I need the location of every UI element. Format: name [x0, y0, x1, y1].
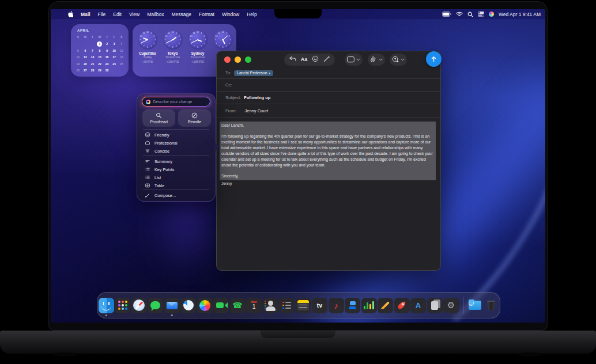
dock-facetime-icon[interactable]	[213, 298, 229, 313]
rubber-foot	[518, 352, 543, 357]
dock-keynote-icon[interactable]	[345, 298, 360, 313]
writing-tools-button[interactable]	[323, 54, 330, 65]
dock-settings-icon[interactable]: ⚙	[443, 298, 459, 313]
menu-item-mailbox[interactable]: Mailbox	[147, 12, 164, 17]
send-button[interactable]	[426, 51, 442, 67]
clock-day-label: Tomorrow	[186, 55, 210, 60]
rewrite-button[interactable]: Rewrite	[178, 109, 211, 127]
calendar-day-cell: 19	[77, 62, 80, 66]
writing-tools-item-table[interactable]: Table	[141, 181, 212, 189]
undo-button[interactable]	[289, 54, 296, 65]
wifi-icon[interactable]	[456, 12, 463, 17]
dock-mail-icon[interactable]	[164, 298, 180, 313]
minimize-button[interactable]	[235, 56, 241, 63]
calendar-day-cell: 22	[98, 62, 101, 66]
control-center-icon[interactable]	[478, 12, 484, 17]
close-button[interactable]	[224, 56, 231, 63]
dock-music-icon[interactable]: ♪	[329, 298, 344, 313]
dock-phone-icon[interactable]: ☎	[230, 298, 246, 313]
dock-reminders-icon[interactable]	[279, 298, 295, 313]
dock-safari-icon[interactable]	[131, 298, 147, 313]
clock-number: 6	[147, 46, 148, 48]
calendar-day-header: W	[99, 36, 101, 39]
clock-number: 11	[218, 32, 220, 35]
menu-item-mail[interactable]: Mail	[81, 12, 90, 17]
dock-finder-icon[interactable]	[99, 298, 114, 313]
cc-field-row[interactable]: Cc:	[217, 79, 440, 92]
clock-number: 6	[222, 46, 223, 48]
from-field-row[interactable]: From: Jenny Court	[217, 104, 440, 118]
to-field-row[interactable]: To: Lanchi Pederson ▾	[217, 67, 440, 79]
writing-tools-item-concise[interactable]: Concise	[141, 147, 212, 155]
desktop-screen: MailFileEditViewMailboxMessageFormatWind…	[51, 9, 545, 323]
search-icon[interactable]	[467, 12, 473, 17]
menu-item-file[interactable]: File	[98, 12, 106, 17]
apple-menu-icon[interactable]	[68, 11, 73, 17]
clock-day-label: Today	[135, 55, 160, 60]
dock-maps-icon[interactable]	[180, 298, 196, 313]
calendar-day-cell: 8	[99, 49, 101, 52]
dock-pages-icon[interactable]	[378, 298, 393, 313]
attach-file-button[interactable]	[368, 54, 385, 66]
calendar-day-cell: 28	[91, 69, 95, 72]
world-clock-tokyo: 123456789101112TokyoTomorrow+16HRS	[161, 30, 185, 64]
calendar-day-cell: 30	[105, 69, 109, 72]
writing-tools-item-summary[interactable]: Summary	[141, 157, 212, 165]
writing-tools-item-compose[interactable]: Compose…	[141, 191, 212, 199]
clock-offset-label: +16HRS	[161, 60, 185, 65]
photo-browser-button[interactable]	[345, 54, 363, 66]
clock-number: 1	[150, 32, 152, 35]
clock-number: 12	[146, 31, 149, 33]
magnifier-icon	[156, 112, 162, 119]
dock-launchpad-icon[interactable]	[115, 298, 130, 313]
clock-number: 7	[143, 45, 144, 47]
calendar-day-header: T	[106, 36, 108, 39]
dock-photos-icon[interactable]	[197, 298, 213, 313]
clock-number: 4	[153, 43, 154, 45]
writing-tools-item-professional[interactable]: Professional	[141, 139, 212, 147]
message-body[interactable]: Dear Lanchi, I'm following up regarding …	[217, 118, 440, 270]
dock-notes-icon[interactable]	[296, 298, 311, 313]
menu-item-help[interactable]: Help	[247, 12, 256, 17]
dock-contacts-icon[interactable]	[263, 298, 278, 313]
menu-item-window[interactable]: Window	[222, 12, 239, 17]
dock-trash-icon[interactable]	[484, 298, 499, 313]
dock-tv-icon[interactable]: tv	[312, 298, 327, 313]
insert-menu-button[interactable]	[390, 54, 407, 66]
body-greeting: Dear Lanchi,	[221, 123, 434, 128]
menu-item-format[interactable]: Format	[199, 12, 214, 17]
clock-number: 5	[150, 45, 152, 47]
proofread-button[interactable]: Proofread	[142, 109, 175, 127]
emoji-button[interactable]	[312, 54, 319, 65]
dock-numbers-icon[interactable]	[361, 298, 377, 313]
battery-icon[interactable]	[442, 12, 451, 17]
dock-rocket-icon[interactable]	[394, 298, 410, 313]
clock-number: 9	[214, 39, 216, 41]
calendar-day-cell: 1	[97, 41, 102, 47]
menu-item-message[interactable]: Message	[171, 12, 191, 17]
zoom-button[interactable]	[245, 56, 251, 63]
dock-downloads-icon[interactable]: ↓	[467, 298, 482, 313]
popover-arrow	[214, 142, 220, 151]
writing-tools-item-friendly[interactable]: Friendly	[141, 131, 212, 139]
menu-clock[interactable]: Wed Apr 1 9:41 AM	[499, 12, 541, 17]
to-recipient-token[interactable]: Lanchi Pederson ▾	[234, 70, 273, 76]
menu-item-view[interactable]: View	[129, 12, 139, 17]
dock-separator	[463, 297, 463, 314]
describe-change-input[interactable]	[153, 100, 206, 104]
subject-field-row[interactable]: Subject: Following up	[217, 92, 440, 104]
calendar-day-header: S	[77, 36, 79, 39]
calendar-day-cell: 2	[106, 42, 108, 46]
calendar-widget[interactable]: APRIL SMTWTFS123456789101112131415161718…	[71, 24, 129, 77]
dock-app-store-icon[interactable]: A	[410, 298, 426, 313]
dock-calendar-icon[interactable]: Wed1	[246, 298, 262, 313]
writing-tools-item-list[interactable]: List	[141, 173, 212, 181]
dock-messages-icon[interactable]	[148, 298, 163, 313]
siri-icon[interactable]	[489, 12, 494, 17]
clock-number: 6	[172, 46, 173, 48]
calendar-day-cell: 29	[98, 69, 101, 72]
dock-preview-icon[interactable]	[427, 298, 443, 313]
format-button[interactable]: Aa	[301, 56, 308, 62]
menu-item-edit[interactable]: Edit	[113, 12, 122, 17]
writing-tools-item-key-points[interactable]: Key Points	[141, 165, 212, 173]
